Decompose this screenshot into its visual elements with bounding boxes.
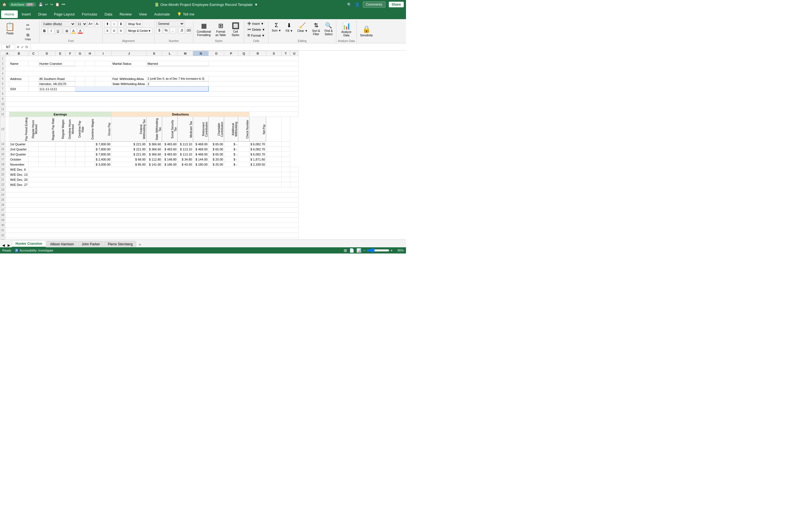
cell-2D[interactable]: Hunter Cranston [38,61,75,66]
more-options-icon[interactable]: ••• [62,3,65,6]
row-30[interactable]: 30 [0,223,5,228]
cell-16S[interactable] [266,152,282,157]
cell-19rest[interactable] [29,167,282,172]
cell-16N[interactable]: $ 468.00 [193,152,209,157]
row-9[interactable]: 9 [0,97,5,102]
col-S[interactable]: S [266,51,282,56]
cell-16E[interactable] [55,152,65,157]
cell-17L[interactable]: $ 148.80 [162,157,177,162]
cell-6G[interactable] [75,81,85,87]
row-29[interactable]: 29 [0,218,5,223]
row-14[interactable]: 14 [0,142,5,147]
cell-14E[interactable] [55,142,65,147]
cell-18I[interactable]: $ 3,000.00 [95,162,111,167]
cell-22T[interactable] [290,182,299,187]
menu-tell-me[interactable]: 💡 Tell me [174,10,198,18]
cell-15S[interactable] [266,147,282,152]
menu-view[interactable]: View [136,10,150,18]
cell-17E[interactable] [55,157,65,162]
decrease-decimal-button[interactable]: .00 [185,27,192,34]
fill-color-button[interactable]: A [70,28,77,34]
cell-row11[interactable] [5,107,299,112]
cell-15A[interactable] [5,147,9,152]
cell-15O[interactable]: $ 65.00 [209,147,224,152]
cell-14L[interactable]: $ 483.60 [162,142,177,147]
cell-16J[interactable]: $ 221.00 [111,152,146,157]
row-24[interactable]: 24 [0,192,5,198]
sensitivity-button[interactable]: 🔒 Sensitivity [358,24,374,38]
col-A[interactable]: A [5,51,9,56]
function-icon[interactable]: fx [26,45,28,49]
format-button[interactable]: ⚙ Format ▼ [246,33,266,38]
cell-6H[interactable] [85,81,95,87]
cell-20S[interactable] [282,172,290,177]
cell-6K[interactable]: 2 [147,81,209,87]
cell-16G[interactable] [75,152,85,157]
row-11[interactable]: 11 [0,107,5,112]
cell-15E[interactable] [55,147,65,152]
cell-19T[interactable] [290,167,299,172]
increase-font-button[interactable]: A+ [88,21,94,27]
cell-18K[interactable]: $ 141.00 [147,162,162,167]
tab-pierre-sternberg[interactable]: Pierre Sternberg [104,241,136,247]
cell-22A[interactable] [5,182,9,187]
cell-21S[interactable] [282,177,290,182]
redo-icon[interactable]: ↪ [50,3,53,6]
cell-row3[interactable] [5,66,299,71]
align-left-button[interactable]: ≡ [104,27,110,34]
cell-reference-input[interactable]: N7 [1,44,15,50]
cell-16M[interactable]: $ 113.10 [177,152,193,157]
cell-18M[interactable]: $ 43.50 [177,162,193,167]
cell-15T[interactable] [282,147,290,152]
cell-18A[interactable] [5,162,9,167]
align-bottom-button[interactable]: ⬇ [118,21,124,27]
cell-row4[interactable] [5,71,299,76]
comma-button[interactable]: , [170,27,176,34]
row-16[interactable]: 16 [0,152,5,157]
cell-17K[interactable]: $ 112.80 [147,157,162,162]
row-22[interactable]: 22 [0,182,5,187]
cell-18Q[interactable] [238,162,250,167]
menu-data[interactable]: Data [101,10,116,18]
font-color-button[interactable]: A [77,28,84,34]
menu-insert[interactable]: Insert [18,10,35,18]
cell-15H[interactable] [85,147,95,152]
cell-20B[interactable]: W/E Dec. 13 [9,172,29,177]
row-28[interactable]: 28 [0,213,5,218]
autosave-toggle[interactable]: AutoSave OFF [9,2,36,7]
col-L[interactable]: L [162,51,177,56]
row-17[interactable]: 17 [0,157,5,162]
cell-14N[interactable]: $ 468.00 [193,142,209,147]
cell-15Q[interactable] [238,147,250,152]
cell-21rest[interactable] [29,177,282,182]
cell-5I[interactable] [95,76,111,81]
cell-14D[interactable] [38,142,55,147]
cell-12A[interactable] [5,112,9,117]
cell-18N[interactable]: $ 180.00 [193,162,209,167]
cell-styles-button[interactable]: 🔲 CellStyles [229,21,242,38]
normal-view-button[interactable]: ⊞ [344,248,347,252]
row-15[interactable]: 15 [0,147,5,152]
cell-18G[interactable] [75,162,85,167]
col-N[interactable]: N [193,51,209,56]
cell-17J[interactable]: $ 68.00 [111,157,146,162]
cell-2K[interactable]: Married [147,61,209,66]
row-13[interactable]: 13 [0,117,5,142]
cell-7O[interactable] [209,87,299,92]
col-R[interactable]: R [250,51,266,56]
cell-2H[interactable] [85,61,95,66]
cell-14Q[interactable] [238,142,250,147]
cell-20T[interactable] [290,172,299,177]
cell-7D[interactable]: 111-11-1111 [38,87,75,92]
col-Q[interactable]: Q [238,51,250,56]
col-J[interactable]: J [111,51,146,56]
cell-5D[interactable]: 85 Southern Road [38,76,75,81]
cell-17I[interactable]: $ 2,400.00 [95,157,111,162]
cell-14O[interactable]: $ 65.00 [209,142,224,147]
sort-filter-button[interactable]: ⇅ Sort &Filter [310,21,322,37]
row-12[interactable]: 12 [0,112,5,117]
cell-5C[interactable] [29,76,38,81]
formula-input[interactable] [33,45,405,50]
cell-18B[interactable]: November [9,162,29,167]
cell-16F[interactable] [65,152,75,157]
